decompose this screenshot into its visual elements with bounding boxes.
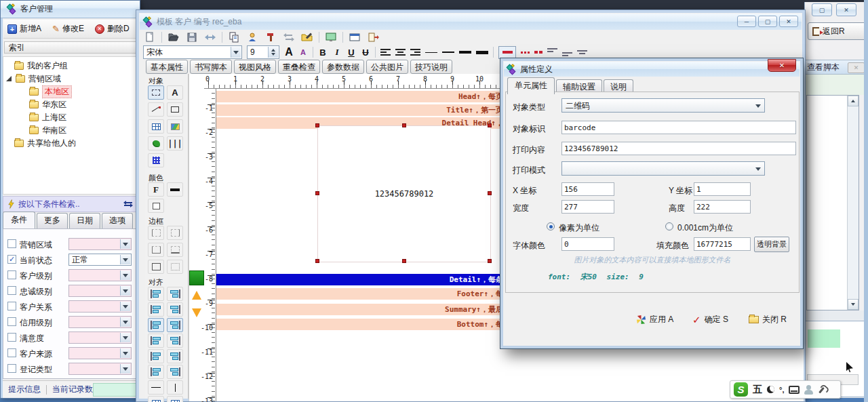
band-footer[interactable]: Footer↑，每 bbox=[216, 288, 506, 300]
band-bottom[interactable]: Bottom↑，每 bbox=[216, 319, 506, 330]
line-width-2-button[interactable] bbox=[442, 52, 454, 53]
customer-source-select[interactable] bbox=[68, 347, 132, 359]
dropdown-arrow-icon[interactable] bbox=[120, 348, 130, 358]
space-vertical-button[interactable] bbox=[167, 349, 183, 363]
align-bottom-edges-button[interactable] bbox=[167, 302, 183, 317]
tree-item-shared[interactable]: 共享给他人的 bbox=[3, 137, 137, 149]
print-mode-select[interactable] bbox=[561, 161, 765, 176]
line-style-dotted-button[interactable] bbox=[521, 52, 530, 54]
filter-header[interactable]: 按以下条件检索.. bbox=[3, 196, 138, 212]
script-scrollbar[interactable] bbox=[847, 96, 859, 310]
line-width-1-button[interactable] bbox=[425, 52, 437, 53]
same-height-button[interactable] bbox=[167, 318, 183, 332]
tab-write-script[interactable]: 书写脚本 bbox=[190, 60, 232, 74]
return-button[interactable]: 返回R bbox=[808, 22, 867, 40]
insert-user-field-button[interactable] bbox=[245, 32, 259, 43]
checkbox-satisfaction[interactable] bbox=[7, 333, 16, 342]
font-color-button[interactable]: F bbox=[148, 182, 164, 197]
center-vertical-button[interactable] bbox=[167, 334, 183, 348]
window-button[interactable] bbox=[348, 32, 361, 43]
current-status-select[interactable]: 正常 bbox=[68, 254, 132, 266]
resize-handle[interactable] bbox=[488, 191, 492, 195]
exit-button[interactable] bbox=[366, 32, 380, 43]
border-left-button[interactable] bbox=[148, 226, 164, 240]
tree-item-east-region[interactable]: 华东区 bbox=[3, 98, 137, 110]
italic-button[interactable]: I bbox=[332, 47, 342, 58]
font-family-select[interactable]: 宋体 bbox=[143, 45, 242, 59]
print-content-input[interactable]: 123456789012 bbox=[561, 142, 796, 155]
restore-button[interactable]: ▢ bbox=[758, 16, 777, 27]
border-bottom-button[interactable] bbox=[148, 243, 164, 257]
customer-level-select[interactable] bbox=[68, 269, 132, 281]
customer-window-titlebar[interactable]: 客户管理 bbox=[1, 1, 140, 18]
ime-bar[interactable]: S 五 °, bbox=[730, 380, 841, 399]
fill-color-button[interactable] bbox=[148, 199, 164, 213]
checkbox-marketing-region[interactable] bbox=[7, 239, 16, 248]
tab-condition[interactable]: 条件 bbox=[3, 212, 35, 228]
swap-button[interactable] bbox=[282, 32, 296, 43]
ime-mode-indicator[interactable]: 五 bbox=[753, 384, 762, 396]
customer-relation-select[interactable] bbox=[68, 300, 132, 313]
resize-handle[interactable] bbox=[402, 259, 406, 263]
swap-icon[interactable] bbox=[123, 201, 133, 207]
active-band-indicator[interactable] bbox=[189, 270, 204, 285]
h-line-button[interactable] bbox=[148, 380, 164, 395]
close-button[interactable]: ✕ bbox=[779, 16, 798, 27]
checkbox-credit-level[interactable] bbox=[7, 317, 16, 326]
resize-handle[interactable] bbox=[315, 259, 319, 263]
height-input[interactable]: 222 bbox=[694, 200, 751, 214]
dropdown-arrow-icon[interactable] bbox=[231, 47, 241, 58]
band-detail[interactable]: Detail↑，每条 bbox=[216, 274, 506, 285]
barcode-object-selected[interactable]: 123456789012 bbox=[317, 125, 491, 262]
unit-cm-radio[interactable] bbox=[665, 222, 673, 230]
open-button[interactable] bbox=[167, 32, 180, 43]
tab-more[interactable]: 更多 bbox=[37, 213, 68, 228]
new-template-button[interactable] bbox=[143, 32, 157, 43]
band-summary[interactable]: Summary↑，最后 bbox=[216, 304, 506, 315]
barcode-tool-button[interactable]: ||| bbox=[167, 136, 183, 150]
delete-button[interactable]: ✕ 删除D bbox=[95, 23, 130, 35]
punctuation-indicator[interactable]: °, bbox=[779, 386, 784, 394]
close-dialog-button[interactable]: 关闭 R bbox=[749, 313, 787, 326]
dropdown-arrow-icon[interactable] bbox=[120, 239, 130, 249]
font-size-input[interactable]: 9 bbox=[247, 45, 279, 59]
fullwidth-moon-icon[interactable] bbox=[767, 386, 774, 393]
tree-item-marketing-region[interactable]: 营销区域 bbox=[3, 73, 137, 85]
dropdown-arrow-icon[interactable] bbox=[120, 302, 130, 311]
tab-cell-properties[interactable]: 单元属性 bbox=[507, 77, 555, 94]
editor-titlebar[interactable]: 模板 客户 编号 rec_eba bbox=[140, 14, 802, 30]
font-color-input[interactable]: 0 bbox=[561, 237, 614, 251]
line-width-3-button[interactable] bbox=[459, 51, 471, 54]
band-head[interactable]: Head↑，每页 bbox=[216, 91, 506, 102]
unit-pixel-radio[interactable] bbox=[547, 222, 555, 230]
align-left-edges-button[interactable] bbox=[148, 287, 164, 301]
edit-template-button[interactable] bbox=[300, 32, 314, 43]
image-tool-button[interactable] bbox=[167, 119, 183, 134]
tab-view-style[interactable]: 视图风格 bbox=[234, 60, 276, 74]
tools-button[interactable] bbox=[264, 32, 277, 43]
save-button[interactable] bbox=[185, 32, 199, 43]
tab-basic-properties[interactable]: 基本属性 bbox=[146, 60, 188, 74]
strikethrough-button[interactable]: U bbox=[361, 47, 370, 58]
tab-options[interactable]: 选项 bbox=[102, 213, 133, 228]
band-title[interactable]: Title↑，第一页 bbox=[216, 104, 506, 116]
text-top-align-button[interactable] bbox=[547, 46, 557, 55]
spinner[interactable] bbox=[268, 47, 278, 58]
close-window-button[interactable]: ✕ bbox=[836, 3, 856, 16]
y-input[interactable]: 1 bbox=[694, 182, 751, 196]
resize-handle[interactable] bbox=[315, 191, 319, 195]
settings-wrench-icon[interactable] bbox=[816, 383, 829, 395]
bold-button[interactable]: B bbox=[318, 47, 328, 58]
rows-button[interactable] bbox=[167, 396, 183, 402]
tab-tips[interactable]: 技巧说明 bbox=[410, 60, 452, 74]
distribute-rows-button[interactable] bbox=[167, 365, 183, 379]
line-width-4-button[interactable] bbox=[476, 51, 488, 54]
sogou-logo-icon[interactable]: S bbox=[734, 382, 748, 397]
dropdown-arrow-icon[interactable] bbox=[120, 255, 130, 264]
border-none-button[interactable] bbox=[167, 260, 183, 274]
align-right-edges-button[interactable] bbox=[167, 287, 183, 301]
line-style-solid-button[interactable] bbox=[498, 46, 516, 59]
edit-button[interactable]: ✎ 修改E bbox=[52, 23, 84, 35]
qrcode-tool-button[interactable] bbox=[148, 153, 164, 167]
selection-tool-button[interactable] bbox=[148, 85, 164, 100]
